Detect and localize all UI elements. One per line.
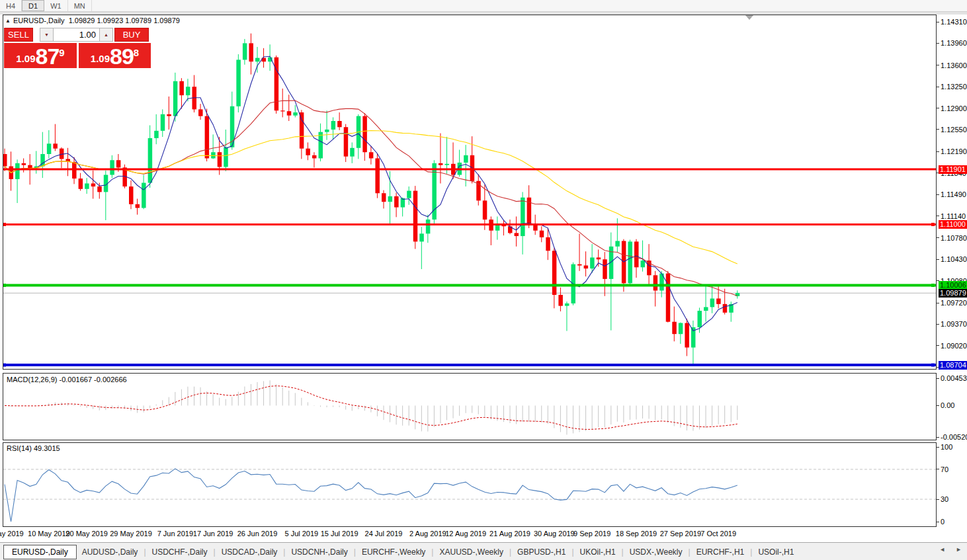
sell-price-big: 87 <box>36 44 60 68</box>
macd-indicator-label: MACD(12,26,9) -0.001667 -0.002666 <box>7 376 127 383</box>
tab-ukoil-h1[interactable]: UKOil-,H1 <box>575 545 621 559</box>
rsi-indicator-label: RSI(14) 49.3015 <box>7 444 60 452</box>
symbol-marker-icon: ▲ <box>5 18 11 24</box>
price-axis-tick: 1.09370 <box>941 320 967 328</box>
buy-price-button[interactable]: 1.09898 <box>79 43 151 68</box>
tab-usdcad-daily[interactable]: USDCAD-,Daily <box>216 545 283 559</box>
one-click-trading-panel: SELL ▼ ▲ BUY 1.09879 1.09898 <box>4 28 152 68</box>
macd-axis-tick: 0.004536 <box>941 374 967 382</box>
macd-axis-tick: 0.00 <box>941 401 954 409</box>
price-axis-tick: 1.13250 <box>941 83 967 91</box>
chart-symbol-label: EURUSD-,Daily <box>13 17 65 24</box>
date-axis-label: 20 May 2019 <box>65 530 108 538</box>
date-axis-label: 15 Jul 2019 <box>321 530 358 538</box>
volume-increase-button[interactable]: ▲ <box>99 28 113 42</box>
price-axis-tick: 1.09020 <box>941 342 967 350</box>
date-axis-label: 24 Jul 2019 <box>365 530 403 538</box>
date-axis-label: 5 Jul 2019 <box>284 530 318 538</box>
chart-canvas[interactable] <box>0 0 967 560</box>
price-level-badge: 1.11901 <box>939 165 967 174</box>
tab-usoil-h1[interactable]: USOil-,H1 <box>753 545 799 559</box>
candles-group <box>3 34 739 365</box>
buy-price-prefix: 1.09 <box>91 53 110 68</box>
date-axis-label: 17 Jun 2019 <box>193 530 233 538</box>
up-arrow-icon: ▲ <box>104 32 108 37</box>
price-axis-tick: 1.10430 <box>941 255 967 263</box>
date-axis-label: 2 Aug 2019 <box>409 530 446 538</box>
date-axis-label: 9 Sep 2019 <box>573 530 610 538</box>
price-axis-tick: 1.11140 <box>941 212 966 220</box>
price-axis-tick: 1.12550 <box>941 126 967 134</box>
date-axis-label: 21 Aug 2019 <box>489 530 530 538</box>
chart-title: ▲EURUSD-,Daily 1.09829 1.09923 1.09789 1… <box>5 17 180 24</box>
date-axis-label: 7 Oct 2019 <box>700 530 736 538</box>
rsi-axis-tick: 0 <box>941 518 945 526</box>
tab-gbpusd-h1[interactable]: GBPUSD-,H1 <box>512 545 571 559</box>
date-axis-label: 26 Jun 2019 <box>237 530 278 538</box>
volume-decrease-button[interactable]: ▼ <box>40 28 54 42</box>
macd-frame <box>3 374 937 440</box>
date-axis-label: 27 Sep 2019 <box>660 530 701 538</box>
price-axis-tick: 1.14310 <box>941 18 967 26</box>
tab-scroll-arrows: ◄ ► <box>939 546 962 553</box>
date-axis-label: 30 Aug 2019 <box>534 530 575 538</box>
price-axis-tick: 1.13600 <box>941 61 967 69</box>
tab-xauusd-weekly[interactable]: XAUUSD-,Weekly <box>434 545 508 559</box>
tab-eurusd-daily[interactable]: EURUSD-,Daily <box>3 545 77 559</box>
rsi-line <box>5 469 737 522</box>
moving-average-5 <box>5 56 737 331</box>
macd-axis-tick: -0.005205 <box>941 433 967 441</box>
tab-eurchf-weekly[interactable]: EURCHF-,Weekly <box>357 545 431 559</box>
price-axis-tick: 1.12190 <box>941 147 967 155</box>
sell-button[interactable]: SELL <box>4 28 33 42</box>
price-axis-tick: 1.09720 <box>941 299 967 307</box>
chart-ohlc-readout: 1.09829 1.09923 1.09789 1.09879 <box>69 17 180 24</box>
rsi-axis-tick: 30 <box>941 495 948 503</box>
tab-usdx-weekly[interactable]: USDX-,Weekly <box>624 545 688 559</box>
symbol-tab-bar: EURUSD-,DailyAUDUSD-,Daily|USDCHF-,Daily… <box>0 542 967 560</box>
current-price-badge: 1.09879 <box>939 289 967 298</box>
price-axis-tick: 1.11490 <box>941 190 966 198</box>
buy-price-big: 89 <box>110 44 134 68</box>
tab-usdcnh-daily[interactable]: USDCNH-,Daily <box>286 545 353 559</box>
trade-panel-price-row: 1.09879 1.09898 <box>4 43 152 68</box>
sell-price-prefix: 1.09 <box>16 53 35 68</box>
date-axis-label: 1 May 2019 <box>0 530 24 538</box>
sell-price-button[interactable]: 1.09879 <box>4 43 77 68</box>
rsi-axis-tick: 100 <box>941 443 952 451</box>
price-axis-tick: 1.12900 <box>941 104 967 112</box>
date-axis-label: 10 May 2019 <box>28 530 70 538</box>
tab-scroll-left-icon[interactable]: ◄ <box>939 546 945 553</box>
chart-shift-marker-icon[interactable] <box>745 15 753 20</box>
volume-input[interactable] <box>54 28 99 42</box>
date-axis-label: 18 Sep 2019 <box>616 530 657 538</box>
price-level-badge: 1.11000 <box>939 220 967 229</box>
price-axis-tick: 1.13960 <box>941 39 967 47</box>
down-arrow-icon: ▼ <box>44 32 49 37</box>
sell-price-pip: 9 <box>59 47 64 58</box>
moving-average-20 <box>5 100 737 296</box>
buy-button[interactable]: BUY <box>114 28 149 42</box>
date-axis-label: 7 Jun 2019 <box>157 530 193 538</box>
price-level-badge: 1.08704 <box>939 361 967 370</box>
price-axis-tick: 1.10780 <box>941 234 967 242</box>
rsi-axis-tick: 70 <box>941 465 948 473</box>
tab-eurchf-h1[interactable]: EURCHF-,H1 <box>691 545 750 559</box>
date-axis-label: 12 Aug 2019 <box>445 530 486 538</box>
rsi-plot-group <box>3 469 936 522</box>
tab-usdchf-daily[interactable]: USDCHF-,Daily <box>147 545 213 559</box>
date-axis-label: 29 May 2019 <box>110 530 152 538</box>
main-plot-group <box>3 34 936 367</box>
tab-audusd-daily[interactable]: AUDUSD-,Daily <box>77 545 144 559</box>
tab-scroll-right-icon[interactable]: ► <box>956 546 962 553</box>
trade-panel-top-row: SELL ▼ ▲ BUY <box>4 28 152 42</box>
macd-plot-group <box>5 380 737 434</box>
buy-price-pip: 8 <box>134 47 139 58</box>
